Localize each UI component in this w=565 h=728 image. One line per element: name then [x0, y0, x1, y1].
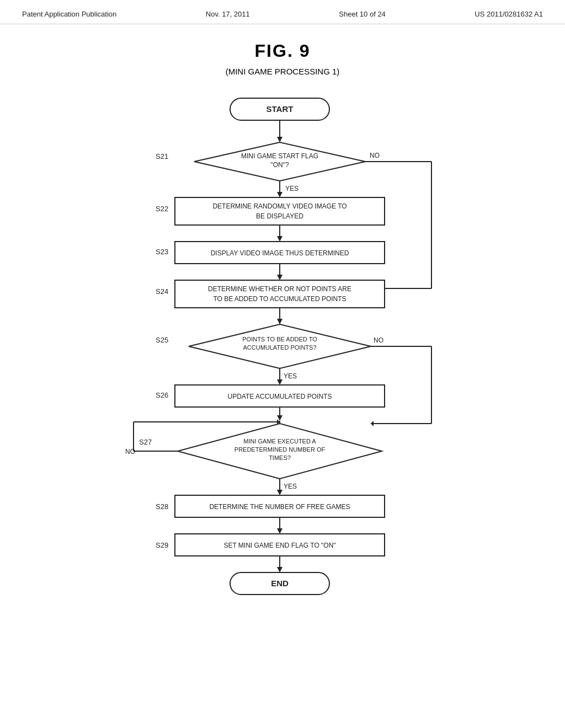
svg-text:ACCUMULATED POINTS?: ACCUMULATED POINTS? — [243, 344, 316, 351]
main-content: FIG. 9 (MINI GAME PROCESSING 1) START S2… — [0, 24, 565, 688]
svg-text:MINI GAME START FLAG: MINI GAME START FLAG — [241, 152, 318, 160]
svg-text:SET MINI GAME END FLAG TO "ON": SET MINI GAME END FLAG TO "ON" — [223, 542, 335, 549]
svg-marker-32 — [277, 319, 282, 324]
svg-text:S21: S21 — [156, 152, 168, 160]
header-left: Patent Application Publication — [22, 10, 116, 18]
svg-text:START: START — [266, 104, 294, 114]
svg-text:NO: NO — [370, 152, 380, 159]
svg-marker-9 — [277, 192, 282, 197]
figure-title: FIG. 9 — [255, 41, 311, 61]
svg-marker-68 — [277, 528, 282, 534]
svg-text:DISPLAY VIDEO IMAGE THUS DETER: DISPLAY VIDEO IMAGE THUS DETERMINED — [211, 249, 349, 257]
s29-step: S29 SET MINI GAME END FLAG TO "ON" — [156, 534, 385, 556]
page-header: Patent Application Publication Nov. 17, … — [0, 0, 565, 24]
svg-text:S28: S28 — [156, 502, 168, 511]
s23-step: S23 DISPLAY VIDEO IMAGE THUS DETERMINED — [156, 242, 385, 264]
s25-step: S25 POINTS TO BE ADDED TO ACCUMULATED PO… — [156, 324, 371, 368]
svg-text:BE DISPLAYED: BE DISPLAYED — [256, 212, 303, 220]
svg-text:DETERMINE THE NUMBER OF FREE G: DETERMINE THE NUMBER OF FREE GAMES — [209, 503, 350, 511]
s21-step: S21 MINI GAME START FLAG "ON"? — [156, 142, 365, 181]
header-patent: US 2011/0281632 A1 — [475, 10, 543, 18]
svg-marker-43 — [277, 379, 282, 385]
svg-text:DETERMINE WHETHER OR NOT POINT: DETERMINE WHETHER OR NOT POINTS ARE — [208, 285, 351, 293]
svg-text:END: END — [271, 579, 289, 588]
svg-text:POINTS TO BE ADDED TO: POINTS TO BE ADDED TO — [242, 336, 317, 342]
svg-text:YES: YES — [284, 483, 297, 490]
svg-text:TO BE ADDED TO ACCUMULATED POI: TO BE ADDED TO ACCUMULATED POINTS — [213, 295, 346, 303]
svg-text:MINI GAME EXECUTED A: MINI GAME EXECUTED A — [243, 438, 316, 445]
svg-rect-17 — [175, 197, 385, 225]
svg-text:"ON"?: "ON"? — [270, 161, 289, 169]
svg-marker-41 — [371, 421, 374, 426]
s22-step: S22 DETERMINE RANDOMLY VIDEO IMAGE TO BE… — [156, 197, 385, 225]
svg-rect-28 — [175, 280, 385, 308]
svg-text:NO: NO — [374, 336, 383, 344]
svg-marker-26 — [277, 275, 282, 280]
svg-text:DETERMINE RANDOMLY VIDEO IMAGE: DETERMINE RANDOMLY VIDEO IMAGE TO — [212, 202, 347, 210]
svg-marker-3 — [277, 137, 282, 142]
svg-text:TIMES?: TIMES? — [269, 454, 291, 461]
svg-text:S22: S22 — [156, 205, 168, 213]
header-date: Nov. 17, 2011 — [206, 10, 250, 18]
svg-text:S29: S29 — [156, 541, 168, 549]
svg-text:YES: YES — [285, 185, 299, 192]
s26-step: S26 UPDATE ACCUMULATED POINTS — [156, 385, 385, 407]
svg-text:PREDETERMINED NUMBER OF: PREDETERMINED NUMBER OF — [234, 446, 326, 453]
svg-text:S24: S24 — [156, 287, 168, 296]
svg-text:S25: S25 — [156, 336, 168, 344]
flowchart-diagram: START S21 MINI GAME START FLAG "ON"? YES… — [89, 93, 476, 672]
svg-text:UPDATE ACCUMULATED POINTS: UPDATE ACCUMULATED POINTS — [228, 393, 332, 400]
svg-marker-62 — [277, 490, 282, 495]
svg-text:YES: YES — [284, 372, 297, 380]
svg-text:S26: S26 — [156, 391, 168, 399]
svg-text:S27: S27 — [139, 438, 152, 446]
svg-text:S23: S23 — [156, 248, 168, 256]
figure-subtitle: (MINI GAME PROCESSING 1) — [226, 67, 340, 76]
s28-step: S28 DETERMINE THE NUMBER OF FREE GAMES — [156, 495, 385, 517]
svg-marker-73 — [277, 567, 282, 572]
svg-marker-21 — [277, 236, 282, 242]
header-sheet: Sheet 10 of 24 — [339, 10, 386, 18]
s24-step: S24 DETERMINE WHETHER OR NOT POINTS ARE … — [156, 280, 385, 308]
